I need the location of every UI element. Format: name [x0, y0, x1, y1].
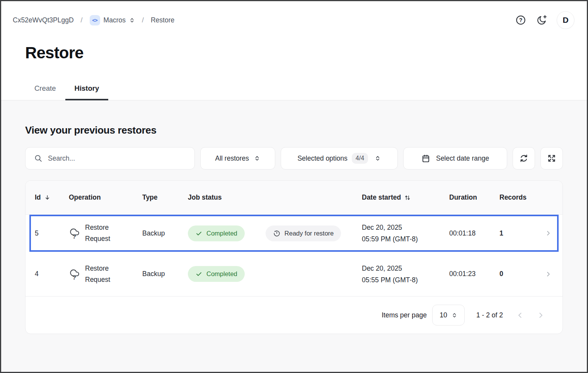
- table-row[interactable]: 5 ? Restore Request Backup Completed Rea…: [26, 215, 562, 252]
- cell-date-started: Dec 20, 2025 05:59 PM (GMT-8): [362, 222, 449, 245]
- page-title: Restore: [25, 44, 563, 62]
- row-detail-chevron-icon[interactable]: [545, 230, 552, 237]
- cell-records: 0: [499, 270, 543, 278]
- tab-bar: Create History: [1, 77, 587, 100]
- breadcrumb-macros-label: Macros: [104, 16, 126, 24]
- search-input-container: [25, 147, 195, 170]
- expand-button[interactable]: [540, 147, 563, 170]
- status-badge-ready-for-restore: Ready for restore: [266, 225, 341, 241]
- selected-options-label: Selected options: [297, 154, 347, 163]
- clock-icon: [273, 229, 281, 237]
- selected-options-count-badge: 4/4: [352, 153, 368, 164]
- column-header-id[interactable]: Id: [35, 193, 69, 202]
- cell-date-started: Dec 20, 2025 05:55 PM (GMT-8): [362, 263, 449, 286]
- restore-type-label: All restores: [215, 154, 249, 163]
- status-badge-completed: Completed: [188, 266, 245, 282]
- dark-mode-icon[interactable]: [536, 14, 547, 26]
- row-detail-chevron-icon[interactable]: [545, 271, 552, 278]
- title-block: Restore: [1, 29, 587, 62]
- calendar-icon: [421, 154, 430, 163]
- restore-type-dropdown[interactable]: All restores: [200, 147, 275, 170]
- svg-text:?: ?: [73, 275, 76, 280]
- check-icon: [195, 230, 203, 237]
- page-navigation: [516, 311, 545, 319]
- svg-text:?: ?: [519, 17, 523, 23]
- refresh-button[interactable]: [513, 147, 535, 170]
- chevron-sort-icon: [452, 312, 457, 319]
- topbar: Cx52eWvQt3PLggD / <> Macros / Restore ? …: [1, 1, 587, 29]
- page-range-text: 1 - 2 of 2: [476, 311, 503, 319]
- breadcrumb-macros-dropdown[interactable]: <> Macros: [90, 15, 135, 25]
- column-header-date-started[interactable]: Date started: [362, 193, 449, 202]
- tab-history[interactable]: History: [65, 77, 109, 100]
- operation-label: Restore Request: [85, 263, 118, 285]
- cell-type: Backup: [142, 229, 188, 237]
- pagination-bar: Items per page 10 1 - 2 of 2: [26, 297, 562, 334]
- cell-duration: 00:01:23: [449, 270, 499, 278]
- next-page-icon[interactable]: [537, 311, 545, 319]
- breadcrumb-current: Restore: [151, 16, 174, 24]
- operation-label: Restore Request: [85, 222, 118, 244]
- cell-job-status: Completed: [188, 266, 362, 282]
- items-per-page-select[interactable]: 10: [432, 305, 465, 326]
- app-window: Cx52eWvQt3PLggD / <> Macros / Restore ? …: [0, 0, 588, 373]
- cell-operation: ? Restore Request: [69, 263, 142, 285]
- column-header-type[interactable]: Type: [142, 193, 188, 202]
- avatar-initial: D: [562, 15, 568, 25]
- avatar[interactable]: D: [557, 11, 574, 29]
- breadcrumb-separator: /: [81, 16, 83, 24]
- table-header-row: Id Operation Type Job status Date starte…: [26, 181, 562, 215]
- section-heading: View your previous restores: [25, 124, 563, 136]
- previous-page-icon[interactable]: [516, 311, 524, 319]
- restore-history-table: Id Operation Type Job status Date starte…: [25, 180, 563, 334]
- status-badge-completed: Completed: [188, 225, 245, 241]
- svg-text:?: ?: [73, 234, 76, 239]
- column-header-operation[interactable]: Operation: [69, 193, 142, 202]
- table-row[interactable]: 4 ? Restore Request Backup Completed Dec…: [26, 252, 562, 297]
- cloud-question-icon: ?: [69, 227, 80, 239]
- cell-id: 5: [35, 229, 69, 237]
- date-range-label: Select date range: [436, 154, 489, 163]
- tab-create[interactable]: Create: [25, 77, 65, 100]
- search-input[interactable]: [48, 154, 187, 163]
- cell-records: 1: [499, 229, 543, 237]
- content-area: View your previous restores All restores…: [1, 100, 587, 372]
- cell-type: Backup: [142, 270, 188, 278]
- column-header-records[interactable]: Records: [499, 193, 543, 202]
- macros-icon: <>: [90, 15, 100, 25]
- expand-icon: [547, 154, 556, 163]
- chevron-sort-icon: [254, 154, 260, 162]
- filters-row: All restores Selected options 4/4 Select…: [25, 147, 563, 170]
- column-header-job-status[interactable]: Job status: [188, 193, 362, 202]
- breadcrumb: Cx52eWvQt3PLggD / <> Macros / Restore: [13, 15, 174, 25]
- cell-duration: 00:01:18: [449, 229, 499, 237]
- topbar-actions: ? D: [515, 11, 574, 29]
- chevron-sort-icon: [375, 154, 381, 162]
- cell-id: 4: [35, 270, 69, 278]
- breadcrumb-project[interactable]: Cx52eWvQt3PLggD: [13, 16, 74, 24]
- sort-desc-icon: [44, 194, 51, 201]
- cell-operation: ? Restore Request: [69, 222, 142, 244]
- help-icon[interactable]: ?: [515, 14, 527, 26]
- cloud-question-icon: ?: [69, 268, 80, 280]
- refresh-icon: [519, 154, 528, 163]
- breadcrumb-separator: /: [142, 16, 144, 24]
- date-range-button[interactable]: Select date range: [403, 147, 507, 170]
- items-per-page-label: Items per page: [382, 311, 427, 319]
- chevron-sort-icon: [129, 17, 135, 24]
- column-header-duration[interactable]: Duration: [449, 193, 499, 202]
- sort-updown-icon: [404, 194, 411, 201]
- selected-options-dropdown[interactable]: Selected options 4/4: [281, 147, 398, 170]
- cell-job-status: Completed Ready for restore: [188, 225, 362, 241]
- search-icon: [34, 154, 43, 163]
- check-icon: [195, 270, 203, 278]
